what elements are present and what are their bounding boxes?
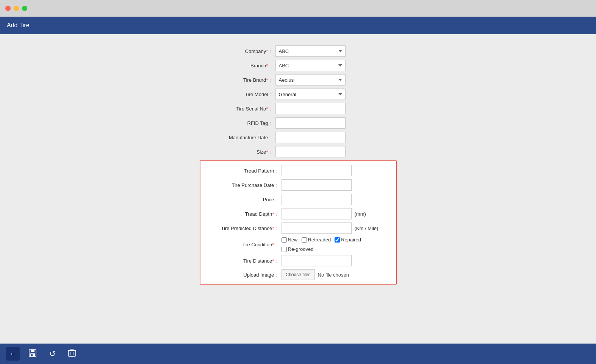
save-icon	[28, 349, 37, 359]
form-container: Company* : ABC DEF Branch* : ABC DEF	[200, 45, 397, 285]
manufacture-date-row: Manufacture Date : 10-03-2023	[200, 132, 397, 143]
company-select[interactable]: ABC DEF	[275, 45, 346, 57]
no-file-text: No file chosen	[318, 272, 349, 278]
condition-retreaded-label: Retreaded	[308, 237, 331, 243]
back-icon: ←	[9, 350, 16, 358]
condition-repaired-label: Repaired	[341, 237, 361, 243]
tread-depth-input[interactable]: 5	[282, 208, 352, 219]
manufacture-date-label: Manufacture Date :	[200, 135, 275, 140]
upload-image-row: Upload Image : Choose files No file chos…	[206, 269, 391, 280]
tire-distance-row: Tire Distance* : 35100	[206, 255, 391, 266]
page-title: Add Tire	[7, 22, 30, 29]
bottom-toolbar: ← ↺	[0, 344, 596, 364]
condition-repaired-checkbox[interactable]	[335, 237, 340, 243]
tire-predicted-distance-input[interactable]: 36000	[282, 222, 352, 234]
header-bar: Add Tire	[0, 17, 596, 34]
tire-distance-input[interactable]: 35100	[282, 255, 352, 266]
size-row: Size* : 205/55R16	[200, 146, 397, 157]
tire-purchase-date-input[interactable]: 13-05-2023	[282, 179, 352, 191]
close-button[interactable]	[5, 6, 11, 11]
maximize-button[interactable]	[22, 6, 27, 11]
delete-icon	[68, 349, 76, 359]
condition-retreaded-checkbox[interactable]	[302, 237, 307, 243]
rfid-row: RFID Tag : 4578222	[200, 117, 397, 129]
tire-predicted-distance-unit: (Km / Mile)	[355, 226, 379, 231]
svg-rect-4	[69, 350, 75, 356]
tire-brand-label: Tire Brand* :	[200, 77, 275, 83]
tire-predicted-distance-row: Tire Predicted Distance* : 36000 (Km / M…	[206, 222, 391, 234]
tire-serial-label: Tire Serial No* :	[200, 106, 275, 112]
size-label: Size* :	[200, 149, 275, 155]
company-select-wrapper: ABC DEF	[275, 45, 346, 57]
condition-new-label: New	[288, 237, 298, 243]
choose-files-button[interactable]: Choose files	[282, 269, 315, 280]
tire-predicted-distance-label: Tire Predicted Distance* :	[206, 226, 282, 231]
tread-pattern-input[interactable]: Symmetrical tread	[282, 165, 352, 176]
condition-repaired: Repaired	[335, 237, 361, 243]
tire-condition-group: New Retreaded Repaired Re-grooved	[282, 237, 391, 252]
tire-purchase-date-label: Tire Purchase Date :	[206, 182, 282, 188]
condition-new: New	[282, 237, 298, 243]
title-bar	[0, 0, 596, 17]
tire-condition-label: Tire Condition* :	[206, 242, 282, 247]
rfid-input[interactable]: 4578222	[275, 117, 346, 129]
tread-depth-unit: (mm)	[355, 211, 366, 217]
condition-retreaded: Retreaded	[302, 237, 331, 243]
condition-regrooved: Re-grooved	[282, 246, 314, 252]
svg-rect-3	[31, 354, 33, 356]
upload-image-label: Upload Image :	[206, 272, 282, 278]
tread-depth-row: Tread Depth* : 5 (mm)	[206, 208, 391, 219]
rfid-label: RFID Tag :	[200, 120, 275, 126]
refresh-icon: ↺	[49, 349, 56, 358]
back-button[interactable]: ←	[6, 347, 20, 361]
price-label: Price :	[206, 197, 282, 202]
branch-select-wrapper: ABC DEF	[275, 60, 346, 71]
tire-brand-select-wrapper: Aeolus Michelin	[275, 74, 346, 86]
tire-model-select-wrapper: General Sport	[275, 89, 346, 100]
refresh-button[interactable]: ↺	[45, 347, 59, 361]
tread-pattern-row: Tread Pattern : Symmetrical tread	[206, 165, 391, 176]
price-row: Price : 2550	[206, 194, 391, 205]
minimize-button[interactable]	[14, 6, 19, 11]
company-label: Company* :	[200, 48, 275, 54]
save-button[interactable]	[26, 347, 39, 361]
highlighted-section: Tread Pattern : Symmetrical tread Tire P…	[200, 160, 397, 285]
condition-regrooved-checkbox[interactable]	[282, 247, 287, 252]
size-input[interactable]: 205/55R16	[275, 146, 346, 157]
tire-serial-input[interactable]: S-45875	[275, 103, 346, 114]
branch-row: Branch* : ABC DEF	[200, 60, 397, 71]
tire-serial-row: Tire Serial No* : S-45875	[200, 103, 397, 114]
branch-select[interactable]: ABC DEF	[275, 60, 346, 71]
tire-model-select[interactable]: General Sport	[275, 89, 346, 100]
tire-brand-row: Tire Brand* : Aeolus Michelin	[200, 74, 397, 86]
branch-label: Branch* :	[200, 63, 275, 68]
tire-model-label: Tire Model :	[200, 92, 275, 97]
main-content: Company* : ABC DEF Branch* : ABC DEF	[0, 34, 596, 344]
svg-rect-1	[31, 350, 34, 352]
company-row: Company* : ABC DEF	[200, 45, 397, 57]
manufacture-date-input[interactable]: 10-03-2023	[275, 132, 346, 143]
tire-distance-label: Tire Distance* :	[206, 258, 282, 264]
tread-depth-label: Tread Depth* :	[206, 211, 282, 217]
tire-brand-select[interactable]: Aeolus Michelin	[275, 74, 346, 86]
condition-new-checkbox[interactable]	[282, 237, 287, 243]
tread-pattern-label: Tread Pattern :	[206, 168, 282, 174]
price-input[interactable]: 2550	[282, 194, 352, 205]
tire-condition-row: Tire Condition* : New Retreaded Repaired	[206, 237, 391, 252]
condition-regrooved-label: Re-grooved	[288, 246, 314, 252]
tire-model-row: Tire Model : General Sport	[200, 89, 397, 100]
delete-button[interactable]	[65, 347, 79, 361]
tire-purchase-date-row: Tire Purchase Date : 13-05-2023	[206, 179, 391, 191]
